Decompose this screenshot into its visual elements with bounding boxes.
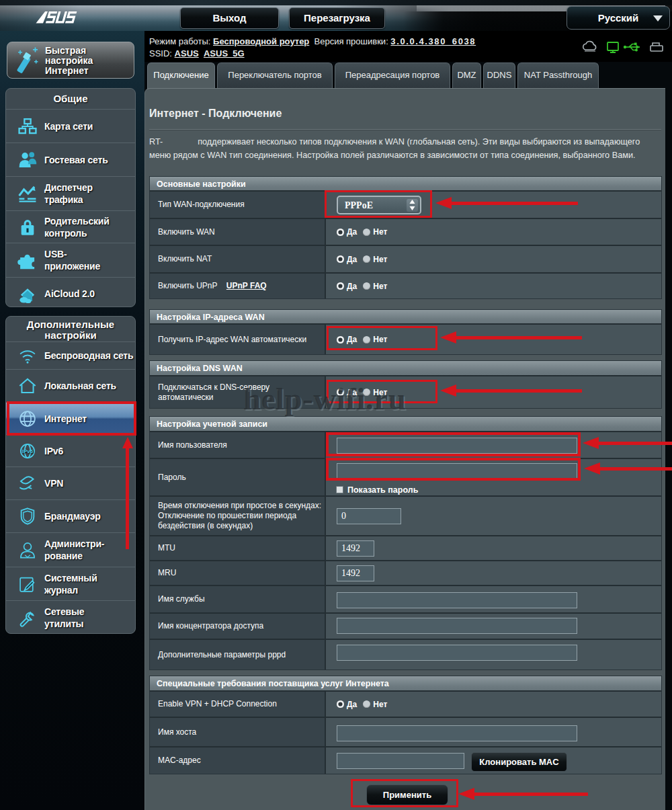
svg-text:IPv6: IPv6 [22, 448, 34, 454]
